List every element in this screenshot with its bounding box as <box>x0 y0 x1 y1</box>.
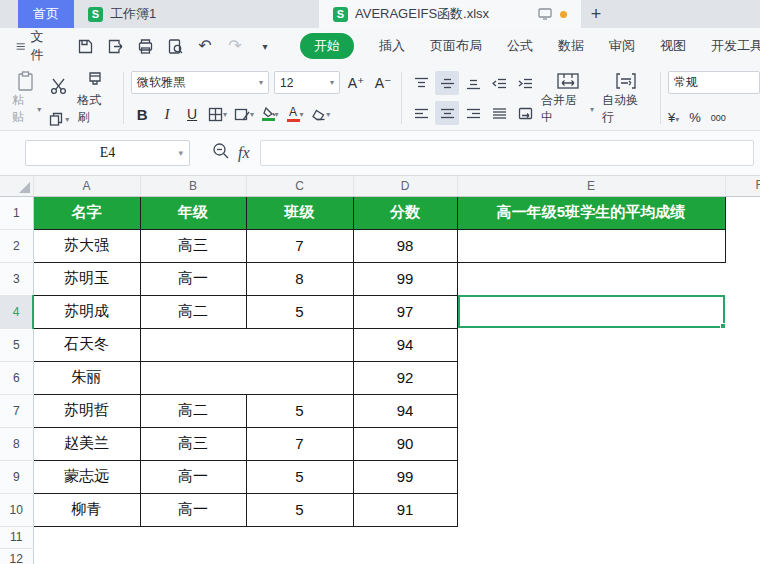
cell-c10[interactable]: 5 <box>246 493 353 526</box>
text-orientation-button[interactable] <box>513 101 537 125</box>
cell-d2[interactable]: 98 <box>353 229 457 262</box>
cell-c9[interactable]: 5 <box>246 460 353 493</box>
cell-b7[interactable]: 高二 <box>140 394 246 427</box>
tab-view[interactable]: 视图 <box>660 37 686 55</box>
align-middle-button[interactable] <box>435 71 459 95</box>
bold-button[interactable]: B <box>131 103 153 125</box>
monitor-icon[interactable] <box>538 8 552 20</box>
align-left-button[interactable] <box>409 101 433 125</box>
cell-d4[interactable]: 97 <box>353 295 457 328</box>
cell-a2[interactable]: 苏大强 <box>33 229 140 262</box>
copy-button[interactable]: ▾ <box>49 112 69 126</box>
font-name-select[interactable]: 微软雅黑 ▾ <box>131 71 269 94</box>
cell-c5[interactable] <box>246 328 353 361</box>
decrease-indent-button[interactable] <box>487 71 511 95</box>
cell-b12[interactable] <box>140 548 246 564</box>
cell-c12[interactable] <box>246 548 353 564</box>
clear-format-button[interactable]: ▾ <box>309 103 332 125</box>
merge-center-button[interactable]: 合并居中▾ <box>537 68 598 128</box>
tab-formulas[interactable]: 公式 <box>507 37 533 55</box>
row-header-6[interactable]: 6 <box>0 361 33 394</box>
cell-b1[interactable]: 年级 <box>140 196 246 229</box>
cell-a12[interactable] <box>33 548 140 564</box>
formula-input[interactable] <box>260 140 754 166</box>
fx-button[interactable]: fx <box>238 144 250 162</box>
row-header-2[interactable]: 2 <box>0 229 33 262</box>
borders-button[interactable]: ▾ <box>206 103 229 125</box>
cell-c8[interactable]: 7 <box>246 427 353 460</box>
cell-e12[interactable] <box>457 548 725 564</box>
zoom-button[interactable] <box>212 142 230 164</box>
align-center-button[interactable] <box>435 101 459 125</box>
increase-indent-button[interactable] <box>513 71 537 95</box>
underline-button[interactable]: U <box>181 103 203 125</box>
cell-d3[interactable]: 99 <box>353 262 457 295</box>
cell-e11[interactable] <box>457 526 725 548</box>
cut-button[interactable] <box>50 70 69 102</box>
row-header-11[interactable]: 11 <box>0 526 33 548</box>
cell-b11[interactable] <box>140 526 246 548</box>
cell-style-button[interactable]: ▾ <box>232 103 256 125</box>
cell-b8[interactable]: 高三 <box>140 427 246 460</box>
align-bottom-button[interactable] <box>461 71 485 95</box>
cell-a9[interactable]: 蒙志远 <box>33 460 140 493</box>
tab-review[interactable]: 审阅 <box>609 37 635 55</box>
cell-d12[interactable] <box>353 548 457 564</box>
wrap-text-button[interactable]: 自动换行 <box>598 68 653 128</box>
row-header-5[interactable]: 5 <box>0 328 33 361</box>
tab-workbook1[interactable]: S 工作簿1 <box>74 0 319 28</box>
customize-toolbar-button[interactable]: ▾ <box>252 33 278 59</box>
row-header-7[interactable]: 7 <box>0 394 33 427</box>
column-header-d[interactable]: D <box>353 176 457 196</box>
cell-f10[interactable] <box>725 493 760 526</box>
cell-d5[interactable]: 94 <box>353 328 457 361</box>
fill-handle[interactable] <box>720 323 725 328</box>
cell-f12[interactable] <box>725 548 760 564</box>
cell-c11[interactable] <box>246 526 353 548</box>
cell-a8[interactable]: 赵美兰 <box>33 427 140 460</box>
cell-d1[interactable]: 分数 <box>353 196 457 229</box>
column-header-f[interactable]: F <box>725 176 760 196</box>
fill-color-button[interactable]: ▾ <box>259 103 281 125</box>
comma-style-button[interactable]: 000 <box>711 113 726 123</box>
number-format-select[interactable]: 常规 <box>668 71 760 94</box>
cell-e8[interactable] <box>457 427 725 460</box>
cell-f1[interactable] <box>725 196 760 229</box>
cell-f7[interactable] <box>725 394 760 427</box>
cell-f5[interactable] <box>725 328 760 361</box>
cell-b4[interactable]: 高二 <box>140 295 246 328</box>
cell-c3[interactable]: 8 <box>246 262 353 295</box>
cell-b10[interactable]: 高一 <box>140 493 246 526</box>
tab-insert[interactable]: 插入 <box>379 37 405 55</box>
cell-c4[interactable]: 5 <box>246 295 353 328</box>
row-header-12[interactable]: 12 <box>0 548 33 564</box>
cell-d6[interactable]: 92 <box>353 361 457 394</box>
save-button[interactable] <box>72 33 98 59</box>
row-header-4-selected[interactable]: 4 <box>0 295 33 328</box>
tab-data[interactable]: 数据 <box>558 37 584 55</box>
file-menu-button[interactable]: 文件 <box>0 28 60 64</box>
column-header-e-selected[interactable]: E <box>457 176 725 196</box>
cell-a10[interactable]: 柳青 <box>33 493 140 526</box>
row-header-9[interactable]: 9 <box>0 460 33 493</box>
font-size-select[interactable]: 12 ▾ <box>274 71 340 94</box>
undo-button[interactable]: ↶ <box>192 33 218 59</box>
cell-b9[interactable]: 高一 <box>140 460 246 493</box>
cell-a1[interactable]: 名字 <box>33 196 140 229</box>
row-header-3[interactable]: 3 <box>0 262 33 295</box>
column-header-c[interactable]: C <box>246 176 353 196</box>
paste-button[interactable]: 粘贴▾ <box>8 68 45 128</box>
column-header-b[interactable]: B <box>140 176 246 196</box>
cell-e5[interactable] <box>457 328 725 361</box>
cell-c6[interactable] <box>246 361 353 394</box>
currency-button[interactable]: ¥▾ <box>668 110 679 125</box>
row-header-1[interactable]: 1 <box>0 196 33 229</box>
align-right-button[interactable] <box>461 101 485 125</box>
cell-c7[interactable]: 5 <box>246 394 353 427</box>
select-all-corner[interactable] <box>0 176 33 196</box>
cell-d9[interactable]: 99 <box>353 460 457 493</box>
percent-button[interactable]: % <box>689 110 701 125</box>
cell-e4-selected[interactable] <box>457 295 725 328</box>
cell-e6[interactable] <box>457 361 725 394</box>
print-button[interactable] <box>132 33 158 59</box>
